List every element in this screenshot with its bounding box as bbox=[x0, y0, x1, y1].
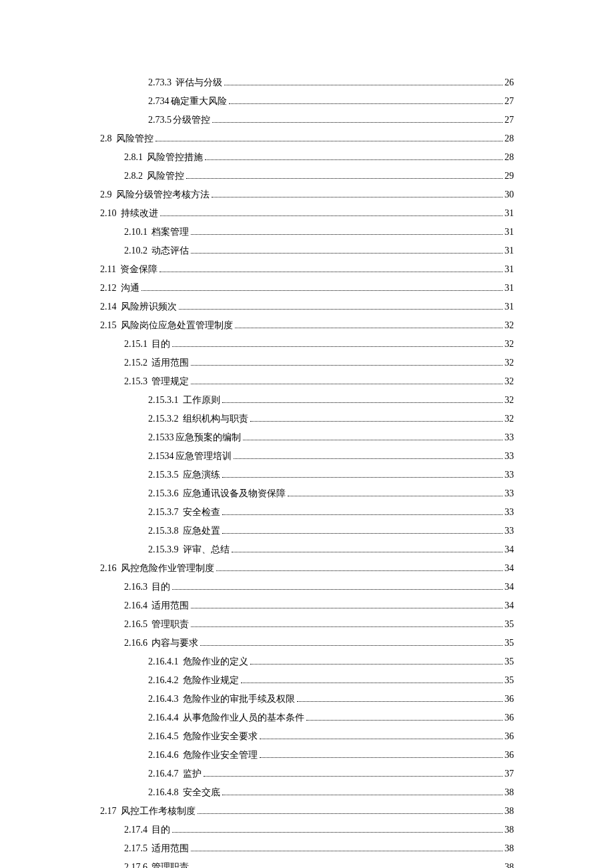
toc-entry-title: 风险管控 bbox=[116, 129, 154, 148]
toc-entry-page: 27 bbox=[505, 111, 514, 129]
toc-entry-number: 2.1534 bbox=[148, 447, 174, 466]
toc-entry-number: 2.8.1 bbox=[124, 148, 143, 167]
toc-leader-dots bbox=[222, 514, 503, 515]
toc-leader-dots bbox=[198, 813, 503, 814]
toc-entry-title: 应急处置 bbox=[183, 522, 220, 540]
toc-entry-number: 2.16.3 bbox=[124, 578, 147, 596]
toc-leader-dots bbox=[222, 795, 503, 795]
toc-entry: 2.10持续改进31 bbox=[100, 204, 514, 223]
toc-entry-page: 34 bbox=[505, 578, 514, 596]
toc-entry-number: 2.8.2 bbox=[124, 167, 143, 185]
toc-entry-page: 33 bbox=[505, 447, 514, 466]
toc-leader-dots bbox=[250, 664, 503, 665]
toc-leader-dots bbox=[260, 739, 503, 739]
toc-entry-page: 36 bbox=[505, 727, 514, 746]
toc-entry-number: 2.16.6 bbox=[124, 634, 147, 653]
toc-entry: 2.15风险岗位应急处置管理制度32 bbox=[100, 316, 514, 335]
toc-entry-page: 35 bbox=[505, 671, 514, 690]
toc-leader-dots bbox=[156, 141, 503, 141]
toc-entry-page: 38 bbox=[505, 839, 514, 858]
toc-entry-number: 2.17.4 bbox=[124, 821, 147, 839]
toc-leader-dots bbox=[186, 178, 503, 179]
toc-entry: 2.12沟通31 bbox=[100, 279, 514, 298]
toc-entry-number: 2.16.4.4 bbox=[148, 709, 179, 727]
document-page: 2.73.3评估与分级262.734确定重大风险272.73.5分级管控272.… bbox=[0, 0, 614, 868]
toc-leader-dots bbox=[243, 440, 503, 440]
toc-entry-page: 38 bbox=[505, 858, 514, 868]
toc-entry-page: 33 bbox=[505, 522, 514, 540]
toc-leader-dots bbox=[172, 346, 503, 347]
toc-entry-page: 33 bbox=[505, 484, 514, 503]
toc-entry-number: 2.16.4.7 bbox=[148, 765, 179, 783]
toc-entry-title: 管理职责 bbox=[151, 615, 189, 634]
toc-leader-dots bbox=[205, 159, 503, 160]
toc-entry-title: 监护 bbox=[183, 765, 202, 783]
toc-entry-number: 2.16.4.2 bbox=[148, 671, 179, 690]
toc-entry-number: 2.16 bbox=[100, 559, 117, 578]
toc-leader-dots bbox=[191, 384, 503, 384]
toc-entry-title: 工作原则 bbox=[183, 391, 220, 410]
toc-entry: 2.15.3.1工作原则32 bbox=[100, 391, 514, 410]
toc-entry-title: 评审、总结 bbox=[183, 540, 230, 559]
toc-entry: 2.1534应急管理培训33 bbox=[100, 447, 514, 466]
toc-leader-dots bbox=[191, 365, 503, 366]
toc-leader-dots bbox=[212, 122, 503, 123]
toc-leader-dots bbox=[222, 477, 503, 478]
toc-entry: 2.73.3评估与分级26 bbox=[100, 73, 514, 92]
toc-entry-title: 适用范围 bbox=[151, 839, 189, 858]
toc-leader-dots bbox=[250, 421, 503, 422]
toc-entry-page: 31 bbox=[505, 298, 514, 316]
toc-entry-number: 2.15.3.8 bbox=[148, 522, 179, 540]
toc-entry-title: 危险作业的审批手续及权限 bbox=[183, 690, 295, 709]
toc-leader-dots bbox=[222, 402, 503, 403]
toc-entry-title: 分级管控 bbox=[173, 111, 210, 129]
toc-entry-title: 危险作业的定义 bbox=[183, 653, 248, 671]
toc-entry-number: 2.734 bbox=[148, 92, 170, 111]
toc-entry-title: 应急演练 bbox=[183, 466, 220, 484]
toc-entry-title: 确定重大风险 bbox=[171, 92, 227, 111]
toc-entry: 2.10.1档案管理31 bbox=[100, 223, 514, 242]
toc-leader-dots bbox=[288, 496, 503, 496]
toc-entry-title: 危险作业规定 bbox=[183, 671, 239, 690]
toc-entry-title: 风控工作考核制度 bbox=[121, 802, 196, 821]
toc-leader-dots bbox=[172, 589, 503, 590]
toc-leader-dots bbox=[191, 608, 503, 608]
toc-entry-page: 31 bbox=[505, 260, 514, 279]
toc-entry-title: 持续改进 bbox=[121, 204, 158, 223]
toc-entry-number: 2.16.5 bbox=[124, 615, 147, 634]
toc-entry-number: 2.15.3.6 bbox=[148, 484, 179, 503]
toc-entry-title: 目的 bbox=[151, 335, 170, 354]
toc-entry-page: 33 bbox=[505, 466, 514, 484]
toc-entry: 2.8.2风险管控29 bbox=[100, 167, 514, 185]
toc-leader-dots bbox=[204, 776, 503, 777]
toc-entry-title: 组织机构与职责 bbox=[183, 410, 248, 428]
toc-entry: 2.14风险辨识频次31 bbox=[100, 298, 514, 316]
toc-entry-page: 29 bbox=[505, 167, 514, 185]
toc-entry-page: 35 bbox=[505, 634, 514, 653]
toc-entry-page: 31 bbox=[505, 204, 514, 223]
toc-entry-page: 34 bbox=[505, 559, 514, 578]
toc-entry: 2.734确定重大风险27 bbox=[100, 92, 514, 111]
toc-entry-number: 2.14 bbox=[100, 298, 117, 316]
toc-entry: 2.15.3.6应急通讯设备及物资保障33 bbox=[100, 484, 514, 503]
toc-entry: 2.16风控危险作业管理制度34 bbox=[100, 559, 514, 578]
toc-entry-number: 2.15.3.1 bbox=[148, 391, 179, 410]
toc-entry-number: 2.10 bbox=[100, 204, 117, 223]
toc-entry: 2.1533应急预案的编制33 bbox=[100, 428, 514, 447]
toc-entry: 2.10.2动态评估31 bbox=[100, 242, 514, 260]
toc-leader-dots bbox=[172, 832, 503, 833]
toc-entry-number: 2.73.5 bbox=[148, 111, 172, 129]
toc-entry-page: 27 bbox=[505, 92, 514, 111]
toc-entry-page: 32 bbox=[505, 316, 514, 335]
toc-entry-number: 2.16.4.6 bbox=[148, 746, 179, 765]
toc-entry-page: 37 bbox=[505, 765, 514, 783]
toc-leader-dots bbox=[222, 533, 503, 534]
toc-entry-title: 从事危险作业人员的基本条件 bbox=[183, 709, 304, 727]
toc-entry: 2.16.4.6危险作业安全管理36 bbox=[100, 746, 514, 765]
toc-entry-title: 管理职责 bbox=[151, 858, 189, 868]
toc-entry-title: 危险作业安全要求 bbox=[183, 727, 258, 746]
toc-leader-dots bbox=[179, 309, 503, 310]
toc-leader-dots bbox=[224, 85, 503, 85]
toc-leader-dots bbox=[234, 458, 503, 459]
toc-leader-dots bbox=[191, 851, 503, 851]
